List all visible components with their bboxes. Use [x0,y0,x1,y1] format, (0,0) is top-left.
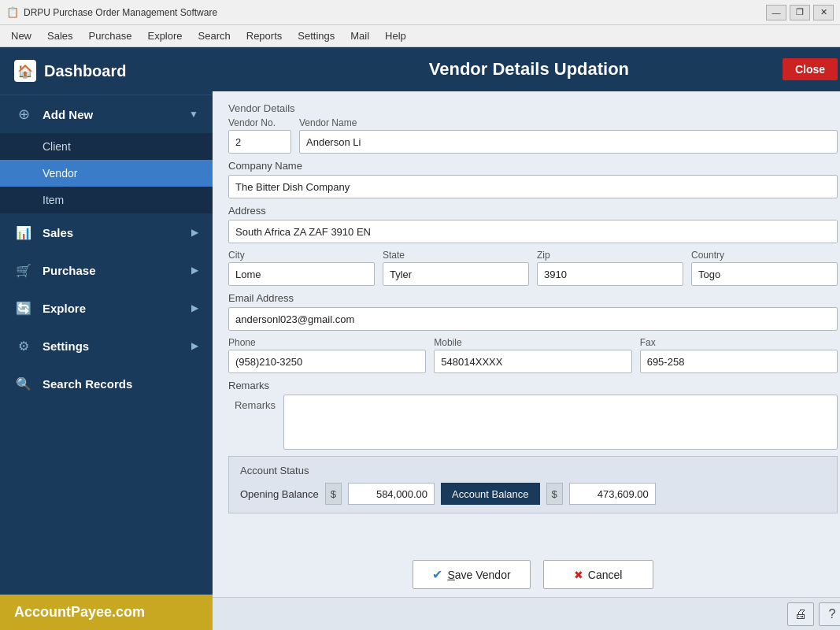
settings-icon: ⚙ [14,336,33,355]
vendor-no-col-label: Vendor No. [228,117,291,128]
account-balance-button[interactable]: Account Balance [441,483,540,505]
menu-search[interactable]: Search [191,27,239,45]
explore-arrow: ▶ [191,302,198,313]
purchase-arrow: ▶ [191,265,198,276]
state-group: State [383,250,529,286]
sidebar-item-add-new[interactable]: ⊕ Add New ▼ [0,95,213,133]
account-status-row: Opening Balance $ Account Balance $ [240,483,826,505]
vendor-id-row [228,130,838,154]
opening-balance-symbol: $ [325,483,342,505]
account-status-title: Account Status [240,465,826,476]
zip-group: Zip [537,250,683,286]
opening-balance-input[interactable] [348,483,435,505]
sidebar-item-dashboard[interactable]: 🏠 Dashboard [0,47,213,95]
account-status-section: Account Status Opening Balance $ Account… [228,456,838,513]
dashboard-label: Dashboard [44,62,126,80]
brand-label: AccountPayee.com [0,595,213,630]
remarks-sublabel: Remarks [228,395,276,411]
explore-label: Explore [43,302,191,315]
sidebar-item-explore[interactable]: 🔄 Explore ▶ [0,289,213,327]
vendor-col-headers: Vendor No. Vendor Name [228,117,838,128]
menu-bar: New Sales Purchase Explore Search Report… [0,25,840,47]
vendor-details-heading: Vendor Details [228,102,838,114]
state-input[interactable] [383,262,529,286]
email-label: Email Address [228,292,838,304]
close-form-button[interactable]: Close [783,58,838,80]
cancel-icon: ✖ [574,569,583,581]
save-vendor-button[interactable]: ✔ Save Vendor [413,560,530,589]
fax-label: Fax [640,337,838,348]
cancel-label: Cancel [588,569,623,581]
sidebar-item-search-records[interactable]: 🔍 Search Records [0,365,213,402]
state-label: State [383,250,529,261]
email-row [228,307,838,331]
sidebar-item-item[interactable]: Item [0,187,213,213]
sidebar-item-client[interactable]: Client [0,133,213,160]
print-button[interactable]: 🖨 [787,602,814,626]
city-label: City [228,250,375,261]
app-title: DRPU Purchase Order Management Software [24,7,766,18]
add-new-submenu: Client Vendor Item [0,133,213,213]
menu-settings[interactable]: Settings [290,27,342,45]
mobile-group: Mobile [434,337,631,373]
app-icon: 📋 [6,6,19,19]
sidebar-item-settings[interactable]: ⚙ Settings ▶ [0,327,213,365]
purchase-icon: 🛒 [14,261,33,280]
company-name-label: Company Name [228,160,838,172]
sidebar: 🏠 Dashboard ⊕ Add New ▼ Client Vendor It… [0,47,213,630]
help-button[interactable]: ? [819,602,840,626]
account-balance-symbol: $ [546,483,563,505]
menu-new[interactable]: New [3,27,39,45]
vendor-name-col-label: Vendor Name [299,117,838,128]
window-close-button[interactable]: ✕ [813,5,834,20]
form-buttons: ✔ Save Vendor ✖ Cancel [213,549,840,597]
country-input[interactable] [691,262,838,286]
mobile-input[interactable] [434,350,631,373]
zip-input[interactable] [537,262,683,286]
form-body: Vendor Details Vendor No. Vendor Name Co… [213,91,840,549]
menu-sales[interactable]: Sales [39,27,81,45]
save-icon: ✔ [432,567,442,582]
menu-explore[interactable]: Explore [139,27,190,45]
settings-arrow: ▶ [191,340,198,351]
address-label: Address [228,205,838,217]
menu-mail[interactable]: Mail [342,27,377,45]
home-icon: 🏠 [14,60,36,82]
phone-input[interactable] [228,350,426,373]
email-input[interactable] [228,307,838,331]
menu-reports[interactable]: Reports [239,27,290,45]
sidebar-item-purchase[interactable]: 🛒 Purchase ▶ [0,251,213,289]
account-balance-input[interactable] [569,483,656,505]
menu-help[interactable]: Help [377,27,414,45]
vendor-no-input[interactable] [228,130,291,154]
fax-input[interactable] [640,350,838,373]
form-title: Vendor Details Updation [276,59,783,80]
settings-label: Settings [43,339,191,353]
city-input[interactable] [228,262,375,286]
minimize-button[interactable]: — [766,5,786,20]
restore-button[interactable]: ❐ [790,5,810,20]
menu-purchase[interactable]: Purchase [81,27,140,45]
save-label: Save Vendor [447,569,510,581]
country-label: Country [691,250,838,261]
vendor-name-input[interactable] [299,130,838,154]
city-group: City [228,250,375,286]
contact-row: Phone Mobile Fax [228,337,838,373]
address-input[interactable] [228,220,838,243]
sales-label: Sales [43,226,191,239]
main-layout: 🏠 Dashboard ⊕ Add New ▼ Client Vendor It… [0,47,840,630]
sidebar-item-vendor[interactable]: Vendor [0,160,213,187]
search-records-label: Search Records [43,377,198,391]
country-group: Country [691,250,838,286]
opening-balance-label: Opening Balance [240,488,319,500]
title-bar: 📋 DRPU Purchase Order Management Softwar… [0,0,840,25]
add-new-label: Add New [43,108,189,121]
sidebar-item-sales[interactable]: 📊 Sales ▶ [0,213,213,251]
add-new-icon: ⊕ [14,105,33,124]
search-records-icon: 🔍 [14,374,33,393]
window-controls: — ❐ ✕ [766,5,834,20]
company-name-input[interactable] [228,175,838,198]
remarks-textarea[interactable] [283,395,838,450]
cancel-button[interactable]: ✖ Cancel [543,560,653,589]
sales-icon: 📊 [14,223,33,242]
